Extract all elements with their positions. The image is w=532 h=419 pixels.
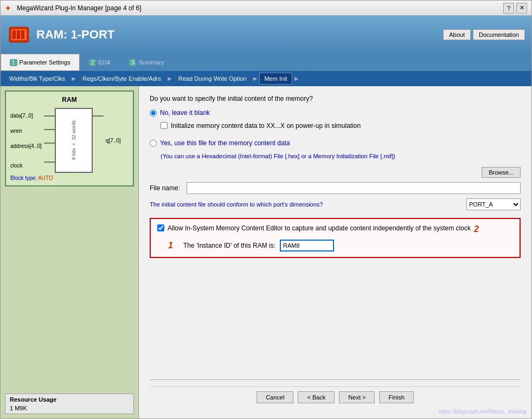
pin-q: q[7..0] [106,138,121,144]
about-button[interactable]: About [443,29,471,40]
ram-diagram-title: RAM [10,96,129,104]
close-button[interactable]: ✕ [516,3,527,14]
header-buttons: About Documentation [443,29,525,40]
file-name-input[interactable] [187,182,521,194]
browse-button[interactable]: Browse... [482,167,521,178]
bottom-bar: Cancel < Back Next > Finish [150,386,521,410]
initialize-checkbox-row: Initialize memory content data to XX...X… [161,122,521,130]
tab-num-2: 2 [89,59,97,66]
breadcrumb-regs[interactable]: Regs/Clken/Byte Enable/Adrs [78,73,165,84]
help-button[interactable]: ? [503,3,514,14]
browse-row: Browse... [150,167,521,178]
tab-num-1: 1 [10,59,17,66]
ram-left-pins: data[7..0] wren address[4..0] clock [10,108,44,173]
no-init-radio[interactable] [150,109,157,117]
instance-id-input[interactable] [280,240,334,252]
instance-id-row: 1 The 'Instance ID' of this RAM is: [168,240,513,252]
tab-label-summary: Summary [138,59,164,66]
header-title: RAM: 1-PORT [36,28,114,42]
initialize-checkbox[interactable] [161,122,168,129]
hint-text: (You can use a Hexadecimal (Intel-format… [161,152,521,160]
resource-value: 1 M9K [10,405,129,411]
tab-eda[interactable]: 2 EDA [80,54,120,71]
pin-data: data[7..0] [10,113,42,119]
main-window: ✦ MegaWizard Plug-In Manager [page 4 of … [0,0,532,419]
port-row: The initial content file should conform … [150,198,521,210]
breadcrumb-widths[interactable]: Widths/Blk Type/Clks [5,73,69,84]
initialize-section: Initialize memory content data to XX...X… [161,122,521,134]
svg-rect-2 [12,30,16,39]
cancel-button[interactable]: Cancel [257,391,293,403]
no-init-label[interactable]: No, leave it blank [160,109,210,117]
back-button[interactable]: < Back [298,391,335,403]
ram-center-box: 8 bits × 32 words [55,108,93,173]
block-type: Block type: AUTO [10,175,129,181]
header-area: RAM: 1-PORT About Documentation [1,16,531,54]
badge-1: 1 [168,241,179,250]
instance-id-label: The 'Instance ID' of this RAM is: [183,242,275,249]
breadcrumb-read[interactable]: Read During Write Option [174,73,251,84]
window-icon: ✦ [5,4,14,12]
ram-icon [7,23,31,47]
tab-summary[interactable]: 3 Summary [120,54,174,71]
left-panel: RAM data[7..0] wren address[4..0] clock [1,86,139,418]
breadcrumb-arrow-3: ► [252,75,259,82]
port-label: The initial content file should conform … [150,201,462,208]
tabs-bar: 1 Parameter Settings 2 EDA 3 Summary [1,54,531,71]
tab-num-3: 3 [129,59,137,66]
ram-block: data[7..0] wren address[4..0] clock 8 bi… [10,108,129,173]
tab-label-parameter: Parameter Settings [20,59,70,66]
block-type-value: AUTO [38,175,53,181]
svg-rect-3 [17,30,20,39]
no-option-row[interactable]: No, leave it blank [150,109,521,117]
main-content: RAM data[7..0] wren address[4..0] clock [1,86,531,418]
watermark: https://blog.csdn.net/Pieces_thinking [439,409,527,415]
question-text: Do you want to specify the initial conte… [150,95,521,102]
right-panel: Do you want to specify the initial conte… [139,86,531,418]
title-bar: ✦ MegaWizard Plug-In Manager [page 4 of … [1,1,531,16]
breadcrumb-arrow-1: ► [70,75,77,82]
breadcrumb-meminit[interactable]: Mem Init [259,73,292,85]
breadcrumb-bar: Widths/Blk Type/Clks ► Regs/Clken/Byte E… [1,71,531,86]
in-system-label[interactable]: Allow In-System Memory Content Editor to… [168,224,471,232]
finish-button[interactable]: Finish [379,391,413,403]
file-name-label: File name: [150,184,182,192]
port-select[interactable]: PORT_A PORT_B [466,198,521,210]
initialize-checkbox-label[interactable]: Initialize memory content data to XX...X… [171,122,361,130]
pin-address: address[4..0] [10,143,42,149]
tab-label-eda: EDA [98,59,111,66]
block-type-label-prefix: Block type: [10,175,38,181]
left-pin-lines [44,108,55,173]
pin-wren: wren [10,128,42,134]
breadcrumb-arrow-2: ► [166,75,173,82]
resource-usage: Resource Usage 1 M9K [5,394,134,414]
separator-line [150,379,521,380]
resource-usage-title: Resource Usage [10,396,129,403]
yes-init-radio[interactable] [150,140,157,147]
documentation-button[interactable]: Documentation [473,29,525,40]
header-left: RAM: 1-PORT [7,23,114,47]
next-button[interactable]: Next > [339,391,375,403]
in-system-checkbox-row: Allow In-System Memory Content Editor to… [157,224,513,234]
right-pin-lines [93,108,104,173]
svg-rect-4 [21,30,24,39]
in-system-box: Allow In-System Memory Content Editor to… [150,218,521,258]
ram-right-pins: q[7..0] [104,108,121,173]
breadcrumb-arrow-4: ► [293,75,300,82]
ram-diagram: RAM data[7..0] wren address[4..0] clock [5,91,134,186]
badge-2: 2 [474,224,485,234]
pin-clock: clock [10,163,42,169]
window-title: MegaWizard Plug-In Manager [page 4 of 6] [17,4,503,12]
file-name-row: File name: [150,182,521,194]
yes-init-label[interactable]: Yes, use this file for the memory conten… [160,139,290,147]
tab-parameter-settings[interactable]: 1 Parameter Settings [1,54,80,71]
title-bar-controls: ? ✕ [503,3,527,14]
in-system-checkbox[interactable] [157,224,164,231]
yes-option-row[interactable]: Yes, use this file for the memory conten… [150,139,521,147]
ram-center-label: 8 bits × 32 words [71,120,76,160]
